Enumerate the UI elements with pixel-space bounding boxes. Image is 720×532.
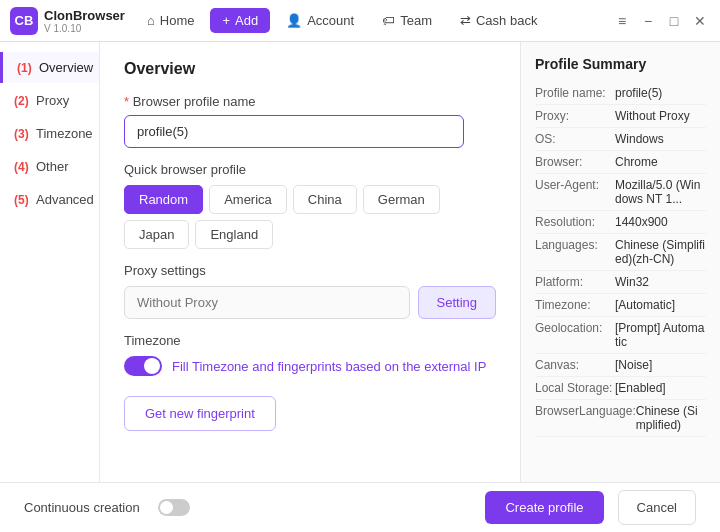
summary-value: Chrome	[615, 155, 658, 169]
timezone-label: Timezone	[124, 333, 496, 348]
main-layout: (1) Overview (2) Proxy (3) Timezone (4) …	[0, 42, 720, 482]
profile-btn-japan[interactable]: Japan	[124, 220, 189, 249]
summary-row: User-Agent: Mozilla/5.0 (Windows NT 1...	[535, 174, 706, 211]
sidebar-label-advanced: Advanced	[36, 192, 94, 207]
summary-row: Canvas: [Noise]	[535, 354, 706, 377]
summary-key: Languages:	[535, 238, 615, 266]
sidebar-number-5: (5)	[14, 193, 30, 207]
required-asterisk: *	[124, 94, 129, 109]
sidebar-number-2: (2)	[14, 94, 30, 108]
close-button[interactable]: ✕	[690, 11, 710, 31]
summary-row: Timezone: [Automatic]	[535, 294, 706, 317]
profile-btn-england[interactable]: England	[195, 220, 273, 249]
proxy-row: Setting	[124, 286, 496, 319]
continuous-toggle-knob	[160, 501, 173, 514]
continuous-label: Continuous creation	[24, 500, 140, 515]
sidebar-label-overview: Overview	[39, 60, 93, 75]
nav-home[interactable]: ⌂ Home	[135, 8, 207, 33]
toggle-knob	[144, 358, 160, 374]
page-title: Overview	[124, 60, 496, 78]
timezone-toggle-row: Fill Timezone and fingerprints based on …	[124, 356, 496, 376]
summary-value: Mozilla/5.0 (Windows NT 1...	[615, 178, 706, 206]
summary-key: Profile name:	[535, 86, 615, 100]
sidebar-label-timezone: Timezone	[36, 126, 93, 141]
setting-button[interactable]: Setting	[418, 286, 496, 319]
logo-icon: CB	[10, 7, 38, 35]
bottom-bar: Continuous creation Create profile Cance…	[0, 482, 720, 532]
summary-value: Windows	[615, 132, 664, 146]
create-profile-button[interactable]: Create profile	[485, 491, 603, 524]
sidebar-item-proxy[interactable]: (2) Proxy	[0, 85, 99, 116]
summary-value: Chinese (Simplified)	[636, 404, 706, 432]
summary-row: BrowserLanguage: Chinese (Simplified)	[535, 400, 706, 437]
app-name: ClonBrowser	[44, 8, 125, 23]
profile-summary: Profile Summary Profile name: profile(5)…	[520, 42, 720, 482]
sidebar-number-4: (4)	[14, 160, 30, 174]
proxy-input[interactable]	[124, 286, 410, 319]
summary-key: Geolocation:	[535, 321, 615, 349]
summary-row: Languages: Chinese (Simplified)(zh-CN)	[535, 234, 706, 271]
minimize-button[interactable]: −	[638, 11, 658, 31]
browser-profile-label: * Browser profile name	[124, 94, 496, 109]
summary-row: Geolocation: [Prompt] Automatic	[535, 317, 706, 354]
fingerprint-button[interactable]: Get new fingerprint	[124, 396, 276, 431]
sidebar-number-1: (1)	[17, 61, 33, 75]
menu-button[interactable]: ≡	[612, 11, 632, 31]
sidebar-number-3: (3)	[14, 127, 30, 141]
nav-cashback[interactable]: ⇄ Cash back	[448, 8, 549, 33]
summary-key: Timezone:	[535, 298, 615, 312]
nav-team[interactable]: 🏷 Team	[370, 8, 444, 33]
summary-row: Local Storage: [Enabled]	[535, 377, 706, 400]
summary-rows: Profile name: profile(5) Proxy: Without …	[535, 82, 706, 437]
nav-add[interactable]: + Add	[210, 8, 270, 33]
sidebar-item-overview[interactable]: (1) Overview	[0, 52, 99, 83]
profile-btn-german[interactable]: German	[363, 185, 440, 214]
nav-menu: ⌂ Home + Add 👤 Account 🏷 Team ⇄ Cash bac…	[135, 8, 612, 33]
timezone-section: Timezone Fill Timezone and fingerprints …	[124, 333, 496, 376]
app-logo: CB ClonBrowser V 1.0.10	[10, 7, 125, 35]
summary-row: Proxy: Without Proxy	[535, 105, 706, 128]
continuous-toggle[interactable]	[158, 499, 190, 516]
quick-profile-options: Random America China German Japan Englan…	[124, 185, 496, 249]
summary-value: [Noise]	[615, 358, 652, 372]
summary-key: Platform:	[535, 275, 615, 289]
sidebar-item-other[interactable]: (4) Other	[0, 151, 99, 182]
timezone-toggle-text: Fill Timezone and fingerprints based on …	[172, 359, 486, 374]
cashback-icon: ⇄	[460, 13, 471, 28]
summary-row: OS: Windows	[535, 128, 706, 151]
window-controls: ≡ − □ ✕	[612, 11, 710, 31]
summary-key: OS:	[535, 132, 615, 146]
sidebar-item-timezone[interactable]: (3) Timezone	[0, 118, 99, 149]
browser-profile-input[interactable]	[124, 115, 464, 148]
team-icon: 🏷	[382, 13, 395, 28]
summary-value: [Prompt] Automatic	[615, 321, 706, 349]
summary-key: BrowserLanguage:	[535, 404, 636, 432]
summary-row: Profile name: profile(5)	[535, 82, 706, 105]
maximize-button[interactable]: □	[664, 11, 684, 31]
profile-btn-china[interactable]: China	[293, 185, 357, 214]
summary-key: Proxy:	[535, 109, 615, 123]
summary-key: Local Storage:	[535, 381, 615, 395]
timezone-toggle[interactable]	[124, 356, 162, 376]
profile-btn-america[interactable]: America	[209, 185, 287, 214]
cancel-button[interactable]: Cancel	[618, 490, 696, 525]
summary-value: 1440x900	[615, 215, 668, 229]
sidebar-label-other: Other	[36, 159, 69, 174]
sidebar: (1) Overview (2) Proxy (3) Timezone (4) …	[0, 42, 100, 482]
proxy-settings-label: Proxy settings	[124, 263, 496, 278]
summary-value: Chinese (Simplified)(zh-CN)	[615, 238, 706, 266]
sidebar-item-advanced[interactable]: (5) Advanced	[0, 184, 99, 215]
profile-btn-random[interactable]: Random	[124, 185, 203, 214]
summary-value: Without Proxy	[615, 109, 690, 123]
titlebar: CB ClonBrowser V 1.0.10 ⌂ Home + Add 👤 A…	[0, 0, 720, 42]
content-area: Overview * Browser profile name Quick br…	[100, 42, 520, 482]
summary-key: Resolution:	[535, 215, 615, 229]
summary-value: profile(5)	[615, 86, 662, 100]
summary-value: Win32	[615, 275, 649, 289]
summary-title: Profile Summary	[535, 56, 706, 72]
summary-key: Canvas:	[535, 358, 615, 372]
summary-value: [Enabled]	[615, 381, 666, 395]
nav-account[interactable]: 👤 Account	[274, 8, 366, 33]
summary-value: [Automatic]	[615, 298, 675, 312]
app-version: V 1.0.10	[44, 23, 125, 34]
